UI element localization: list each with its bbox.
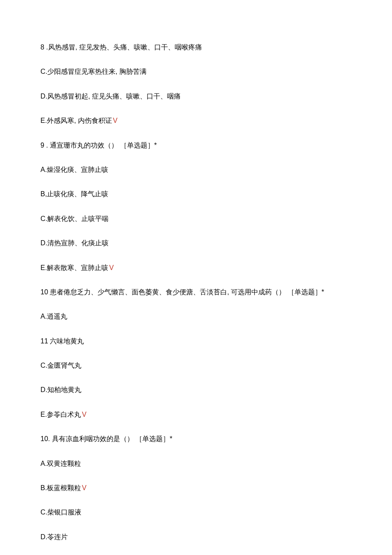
check-mark: V [82, 484, 86, 491]
line-text: C.柴银口服液 [40, 509, 81, 516]
text-line: C.柴银口服液 [40, 508, 352, 517]
text-line: D.苓连片 [40, 532, 352, 542]
text-line: E.参苓白术丸V [40, 410, 352, 419]
line-text: B.板蓝根颗粒 [40, 484, 81, 491]
line-text: C.解表化饮、止咳平喘 [40, 215, 109, 222]
text-line: A.燥湿化痰、宣肺止咳 [40, 165, 352, 174]
line-text: B,止咳化痰、降气止咳 [40, 190, 108, 198]
line-text: A.逍遥丸 [40, 313, 67, 320]
line-text: 11 六味地黄丸 [40, 337, 84, 345]
line-text: A.燥湿化痰、宣肺止咳 [40, 166, 108, 173]
text-line: A.双黄连颗粒 [40, 459, 352, 468]
line-text: C.金匮肾气丸 [40, 362, 81, 369]
line-text: 10 患者倦怠乏力、少气懒言、面色萎黄、食少便溏、舌淡苔白, 可选用中成药（） … [40, 288, 324, 296]
text-line: 8 .风热感冒, 症见发热、头痛、咳嗽、口干、咽喉疼痛 [40, 43, 352, 52]
line-text: 10. 具有凉血利咽功效的是（） ［单选题］* [40, 435, 172, 442]
line-text: D.知柏地黄丸 [40, 386, 81, 393]
text-line: 11 六味地黄丸 [40, 337, 352, 346]
line-text: 9 . 通宣珊市丸的功效（） ［单选题］* [40, 142, 157, 149]
text-line: 10. 具有凉血利咽功效的是（） ［单选题］* [40, 434, 352, 444]
text-line: 10 患者倦怠乏力、少气懒言、面色萎黄、食少便溏、舌淡苔白, 可选用中成药（） … [40, 288, 352, 297]
text-line: C.金匮肾气丸 [40, 361, 352, 370]
line-text: 8 .风热感冒, 症见发热、头痛、咳嗽、口干、咽喉疼痛 [40, 44, 202, 51]
check-mark: V [82, 411, 86, 418]
line-text: E.解表散寒、宣肺止咳 [40, 264, 108, 271]
text-line: E.外感风寒, 内伤食积证V [40, 116, 352, 125]
line-text: D.风热感冒初起, 症见头痛、咳嗽、口干、咽痛 [40, 93, 181, 100]
text-line: D.风热感冒初起, 症见头痛、咳嗽、口干、咽痛 [40, 92, 352, 101]
line-text: A.双黄连颗粒 [40, 460, 81, 467]
document-content: 8 .风热感冒, 症见发热、头痛、咳嗽、口干、咽喉疼痛C.少阳感冒症见寒热往来,… [40, 43, 352, 555]
text-line: D.清热宣肺、化痰止咳 [40, 238, 352, 248]
line-text: E.参苓白术丸 [40, 411, 81, 418]
text-line: B,止咳化痰、降气止咳 [40, 189, 352, 199]
line-text: E.外感风寒, 内伤食积证 [40, 117, 112, 124]
text-line: D.知柏地黄丸 [40, 385, 352, 395]
text-line: A.逍遥丸 [40, 312, 352, 321]
text-line: B.板蓝根颗粒V [40, 483, 352, 493]
line-text: D.清热宣肺、化痰止咳 [40, 239, 109, 247]
text-line: 9 . 通宣珊市丸的功效（） ［单选题］* [40, 141, 352, 150]
text-line: C.解表化饮、止咳平喘 [40, 214, 352, 224]
line-text: D.苓连片 [40, 533, 68, 540]
text-line: E.解表散寒、宣肺止咳V [40, 263, 352, 273]
text-line: C.少阳感冒症见寒热往来, 胸胁苦满 [40, 67, 352, 76]
line-text: C.少阳感冒症见寒热往来, 胸胁苦满 [40, 68, 147, 75]
check-mark: V [109, 264, 114, 271]
check-mark: V [113, 117, 118, 124]
